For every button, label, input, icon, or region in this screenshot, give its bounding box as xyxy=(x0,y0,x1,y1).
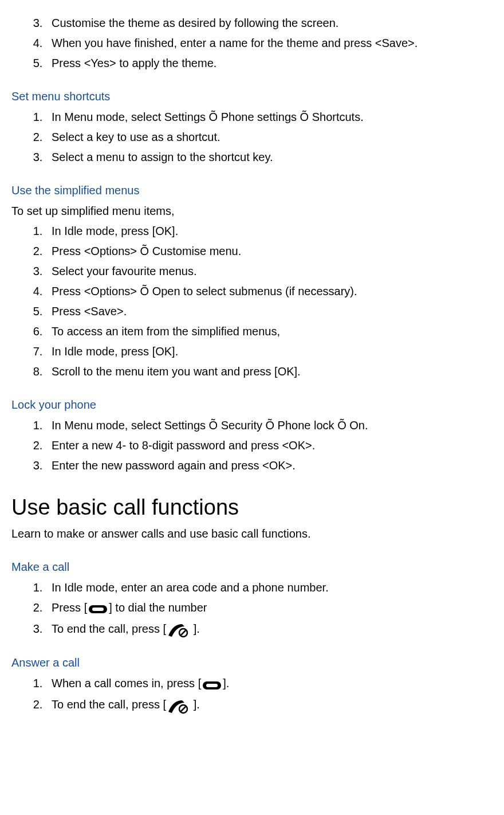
text-fragment: ] to dial the number xyxy=(109,601,207,614)
dial-key-icon xyxy=(88,600,108,617)
text-fragment: ]. xyxy=(223,677,229,689)
list-item: Select your favourite menus. xyxy=(46,262,498,280)
list-item: Press [] to dial the number xyxy=(46,599,498,617)
text-fragment: When a call comes in, press [ xyxy=(52,677,201,689)
list-item: When a call comes in, press []. xyxy=(46,675,498,693)
text-fragment: To end the call, press [ xyxy=(52,698,166,711)
shortcuts-list: In Menu mode, select Settings Õ Phone se… xyxy=(11,108,498,166)
text-fragment: To end the call, press [ xyxy=(52,622,166,635)
list-item: Press <Options> Õ Open to select submenu… xyxy=(46,283,498,300)
lock-list: In Menu mode, select Settings Õ Security… xyxy=(11,417,498,474)
list-item: In Idle mode, press [OK]. xyxy=(46,222,498,240)
simplified-intro: To set up simplified menu items, xyxy=(11,202,498,220)
list-item: Customise the theme as desired by follow… xyxy=(46,14,498,32)
dial-key-icon xyxy=(202,676,222,693)
end-call-icon xyxy=(167,697,189,714)
heading-basic-call-functions: Use basic call functions xyxy=(11,491,498,524)
list-item: Enter a new 4- to 8-digit password and p… xyxy=(46,437,498,454)
list-item: In Menu mode, select Settings Õ Phone se… xyxy=(46,108,498,126)
list-item: Scroll to the menu item you want and pre… xyxy=(46,363,498,380)
text-fragment: Press [ xyxy=(52,601,87,614)
list-item: To access an item from the simplified me… xyxy=(46,323,498,340)
heading-simplified-menus: Use the simplified menus xyxy=(11,182,498,199)
list-item: Press <Yes> to apply the theme. xyxy=(46,54,498,72)
answer-call-list: When a call comes in, press []. To end t… xyxy=(11,675,498,714)
heading-lock-phone: Lock your phone xyxy=(11,396,498,413)
heading-set-menu-shortcuts: Set menu shortcuts xyxy=(11,88,498,105)
list-item: Select a menu to assign to the shortcut … xyxy=(46,148,498,166)
simplified-list: In Idle mode, press [OK]. Press <Options… xyxy=(11,222,498,380)
svg-line-3 xyxy=(181,630,186,635)
text-fragment: ]. xyxy=(190,698,200,711)
list-item: In Idle mode, enter an area code and a p… xyxy=(46,579,498,596)
end-call-icon xyxy=(167,621,189,638)
basic-calls-intro: Learn to make or answer calls and use ba… xyxy=(11,525,498,542)
make-call-list: In Idle mode, enter an area code and a p… xyxy=(11,579,498,638)
svg-rect-1 xyxy=(92,608,104,611)
svg-rect-5 xyxy=(206,684,218,687)
list-item: Press <Save>. xyxy=(46,303,498,320)
list-item: In Idle mode, press [OK]. xyxy=(46,343,498,360)
list-item: In Menu mode, select Settings Õ Security… xyxy=(46,417,498,434)
heading-answer-call: Answer a call xyxy=(11,654,498,671)
list-item: Enter the new password again and press <… xyxy=(46,457,498,474)
svg-line-7 xyxy=(181,707,186,711)
list-item: To end the call, press [ ]. xyxy=(46,696,498,714)
list-item: Press <Options> Õ Customise menu. xyxy=(46,242,498,260)
heading-make-call: Make a call xyxy=(11,558,498,575)
text-fragment: ]. xyxy=(190,622,200,635)
list-item: When you have finished, enter a name for… xyxy=(46,34,498,52)
list-item: To end the call, press [ ]. xyxy=(46,620,498,638)
list-item: Select a key to use as a shortcut. xyxy=(46,128,498,146)
theme-steps-list: Customise the theme as desired by follow… xyxy=(11,14,498,72)
